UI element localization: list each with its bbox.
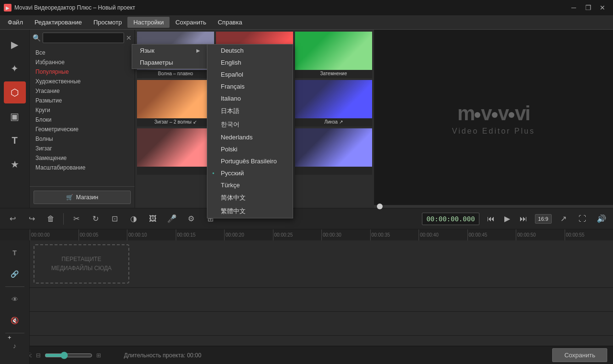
undo-button[interactable]: ↩ xyxy=(4,210,21,228)
lang-japanese[interactable]: 日本語 xyxy=(207,104,293,118)
filters-sidebar-item[interactable]: ⬡ xyxy=(4,81,26,103)
list-item[interactable]: Линза ↗ xyxy=(295,80,372,126)
ruler-mark: 00:00:35 xyxy=(370,229,419,241)
menu-language-item[interactable]: Язык ▶ xyxy=(132,45,208,57)
timeline-scissors-tool[interactable]: ✂ xyxy=(5,358,24,364)
filter-artistic[interactable]: Художественные xyxy=(30,77,135,86)
drop-zone[interactable]: ПЕРЕТАЩИТЕ МЕДИАФАЙЛЫ СЮДА xyxy=(34,244,129,284)
ruler-mark: 00:00:55 xyxy=(565,229,613,241)
play-button[interactable]: ▶ xyxy=(499,211,515,227)
ruler-mark: 00:00:45 xyxy=(467,229,516,241)
filter-scale[interactable]: Масштабирование xyxy=(30,163,135,172)
export-button[interactable]: ↗ xyxy=(556,211,571,227)
filter-favorites[interactable]: Избранное xyxy=(30,57,135,67)
filters-panel: 🔍 ✕ Все Избранное Популярные Художествен… xyxy=(30,30,135,208)
lang-chinese-simplified[interactable]: 简体中文 xyxy=(207,191,293,205)
list-item[interactable]: Затемнение xyxy=(295,32,372,78)
language-submenu: Deutsch English Español Français Italian… xyxy=(207,44,293,218)
favorites-sidebar-item[interactable]: ★ xyxy=(4,153,26,175)
filter-replace[interactable]: Замещение xyxy=(30,153,135,163)
fullscreen-button[interactable]: ⛶ xyxy=(575,211,590,227)
ruler-marks: 00:00:00 00:00:05 00:00:10 00:00:15 00:0… xyxy=(30,229,613,241)
lang-portuguese[interactable]: Português Brasileiro xyxy=(207,155,293,167)
lang-dutch[interactable]: Nederlands xyxy=(207,131,293,143)
delete-button[interactable]: 🗑 xyxy=(42,210,59,228)
color-button[interactable]: ◑ xyxy=(125,210,142,228)
menu-help[interactable]: Справка xyxy=(212,17,248,28)
lang-espanol[interactable]: Español xyxy=(207,68,293,80)
ruler-mark: 00:00:10 xyxy=(127,229,176,241)
transitions-sidebar-item[interactable]: ▣ xyxy=(4,105,26,127)
filter-circles[interactable]: Круги xyxy=(30,105,135,115)
lang-english[interactable]: English xyxy=(207,57,293,68)
menu-parameters-item[interactable]: Параметры xyxy=(132,57,208,68)
minimize-button[interactable]: ─ xyxy=(567,1,580,14)
preview-slider-knob[interactable] xyxy=(377,204,383,209)
media-sidebar-item[interactable]: ▶ xyxy=(4,34,26,56)
lang-chinese-traditional[interactable]: 繁體中文 xyxy=(207,205,293,218)
list-item[interactable] xyxy=(137,128,214,175)
filter-fade[interactable]: Угасание xyxy=(30,86,135,96)
lang-polish[interactable]: Polski xyxy=(207,143,293,155)
filter-waves[interactable]: Волны xyxy=(30,134,135,144)
cut-button[interactable]: ✂ xyxy=(68,210,85,228)
volume-button[interactable]: 🔊 xyxy=(594,211,609,227)
lang-russian[interactable]: Русский xyxy=(207,167,293,179)
submenu-arrow-icon: ▶ xyxy=(196,48,200,53)
filter-all[interactable]: Все xyxy=(30,48,135,57)
app-icon: ▶ xyxy=(4,4,11,11)
filter-categories: Все Избранное Популярные Художественные … xyxy=(30,46,135,186)
list-item[interactable] xyxy=(295,128,372,175)
aspect-ratio-display[interactable]: 16:9 xyxy=(535,214,552,224)
crop-button[interactable]: ⊡ xyxy=(106,210,123,228)
search-input[interactable] xyxy=(43,33,124,43)
timeline-mute-tool[interactable]: 🔇 xyxy=(5,312,24,329)
search-close-icon[interactable]: ✕ xyxy=(126,34,132,42)
shop-button[interactable]: 🛒 Магазин xyxy=(34,191,131,204)
lang-francais[interactable]: Français xyxy=(207,80,293,92)
lang-italiano[interactable]: Italiano xyxy=(207,92,293,104)
menu-settings[interactable]: Настройки xyxy=(127,17,170,28)
settings-button[interactable]: ⚙ xyxy=(182,210,200,228)
menu-save[interactable]: Сохранить xyxy=(170,17,212,28)
settings-dropdown: Язык ▶ Параметры xyxy=(132,44,208,69)
menu-edit[interactable]: Редактирование xyxy=(29,17,88,28)
close-button[interactable]: ✕ xyxy=(596,1,609,14)
filter-zigzag[interactable]: Зигзаг xyxy=(30,144,135,153)
effects-sidebar-item[interactable]: ✦ xyxy=(4,57,26,80)
playback-controls: ⏮ ▶ ⏭ xyxy=(483,211,531,227)
list-item[interactable]: Зигзаг – 2 волны ↙ xyxy=(137,80,214,126)
lang-turkish[interactable]: Türkçe xyxy=(207,179,293,191)
restore-button[interactable]: ❐ xyxy=(581,1,595,14)
menu-view[interactable]: Просмотр xyxy=(88,17,127,28)
menu-file[interactable]: Файл xyxy=(2,17,29,28)
timeline-eye-tool[interactable]: 👁 xyxy=(5,291,24,308)
filter-blur[interactable]: Размытие xyxy=(30,96,135,105)
redo-button[interactable]: ↪ xyxy=(23,210,40,228)
filter-blocks[interactable]: Блоки xyxy=(30,115,135,125)
drop-zone-text: ПЕРЕТАЩИТЕ МЕДИАФАЙЛЫ СЮДА xyxy=(44,255,119,273)
extra-track-row xyxy=(30,312,613,336)
add-track-button[interactable]: + xyxy=(8,334,11,341)
filter-popular[interactable]: Популярные xyxy=(30,67,135,77)
ruler-mark: 00:00:00 xyxy=(30,229,79,241)
image-button[interactable]: 🖼 xyxy=(144,210,161,228)
window-title: Movavi Видеоредактор Плюс – Новый проект xyxy=(14,4,135,11)
go-end-button[interactable]: ⏭ xyxy=(516,211,531,227)
ruler-mark: 00:00:20 xyxy=(224,229,273,241)
preview-area: mvvvi Video Editor Plus xyxy=(374,30,613,208)
timeline-text-tool[interactable]: T xyxy=(5,244,24,262)
rotate-button[interactable]: ↻ xyxy=(87,210,104,228)
ruler-mark: 00:00:30 xyxy=(321,229,370,241)
filter-geometric[interactable]: Геометрические xyxy=(30,125,135,134)
title-bar: ▶ Movavi Видеоредактор Плюс – Новый прое… xyxy=(0,0,613,15)
lang-deutsch[interactable]: Deutsch xyxy=(207,45,293,57)
go-start-button[interactable]: ⏮ xyxy=(483,211,499,227)
text-sidebar-item[interactable]: T xyxy=(4,129,26,151)
timeline-link-tool[interactable]: 🔗 xyxy=(5,265,24,283)
audio-record-button[interactable]: 🎤 xyxy=(163,210,181,228)
timeline-tools: T 🔗 👁 🔇 ♪ ✂ xyxy=(0,240,30,364)
audio-track-row xyxy=(30,288,613,312)
left-sidebar: ▶ ✦ ⬡ ▣ T ★ xyxy=(0,30,30,208)
lang-korean[interactable]: 한국어 xyxy=(207,118,293,131)
